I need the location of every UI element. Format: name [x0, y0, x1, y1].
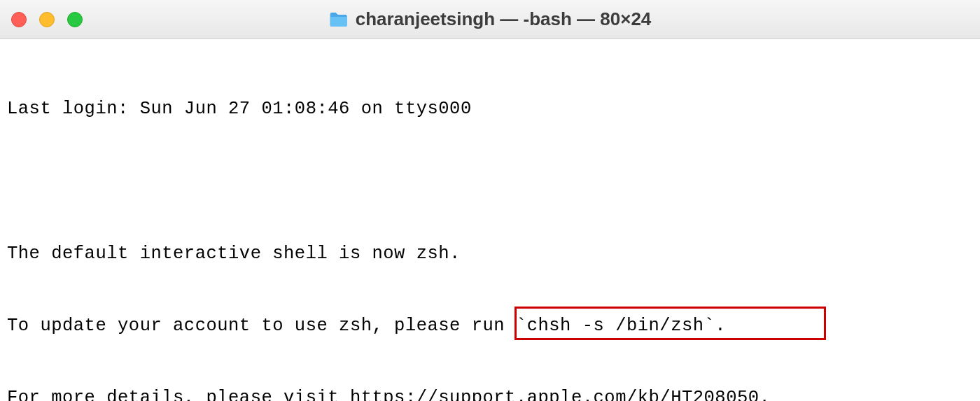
folder-icon — [329, 11, 349, 28]
terminal-line: The default interactive shell is now zsh… — [7, 242, 973, 267]
window-title: charanjeetsingh — -bash — 80×24 — [356, 8, 652, 30]
terminal-line: To update your account to use zsh, pleas… — [7, 314, 973, 339]
traffic-lights — [11, 12, 83, 27]
close-button[interactable] — [11, 12, 27, 27]
terminal-content[interactable]: Last login: Sun Jun 27 01:08:46 on ttys0… — [0, 39, 980, 401]
window-titlebar: charanjeetsingh — -bash — 80×24 — [0, 0, 980, 39]
terminal-line — [7, 169, 973, 194]
maximize-button[interactable] — [67, 12, 83, 27]
minimize-button[interactable] — [39, 12, 55, 27]
terminal-line: For more details, please visit https://s… — [7, 386, 973, 401]
terminal-line: Last login: Sun Jun 27 01:08:46 on ttys0… — [7, 97, 973, 122]
window-title-container: charanjeetsingh — -bash — 80×24 — [329, 8, 652, 30]
